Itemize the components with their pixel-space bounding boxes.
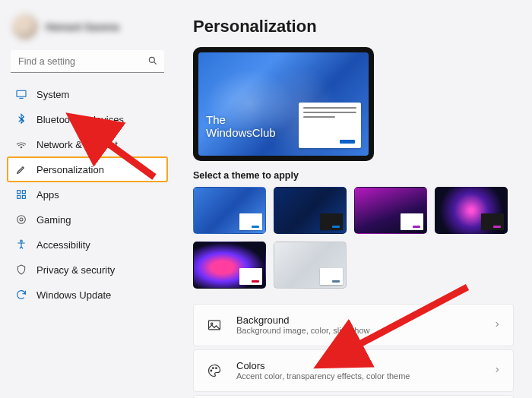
chevron-right-icon [493, 364, 501, 377]
setting-themes[interactable]: Themes Install, create, manage [193, 395, 514, 398]
theme-section-label: Select a theme to apply [193, 170, 514, 181]
setting-text: Colors Accent color, transparency effect… [236, 360, 493, 382]
nav-label: Gaming [36, 214, 71, 226]
sidebar-item-system[interactable]: System [8, 82, 167, 106]
network-icon [15, 138, 27, 150]
system-icon [15, 88, 27, 100]
sidebar-item-gaming[interactable]: Gaming [8, 207, 167, 232]
nav-label: Personalization [36, 164, 104, 175]
avatar [12, 14, 38, 39]
app-window: Hemant Saxena System Bluetooth & devices… [0, 0, 532, 398]
watermark: The WindowsClub [206, 114, 276, 139]
svg-rect-2 [17, 90, 26, 96]
svg-rect-6 [22, 191, 25, 194]
main-content: Personalization The WindowsClub Select a… [175, 0, 532, 398]
theme-option-2[interactable] [274, 187, 347, 234]
setting-colors[interactable]: Colors Accent color, transparency effect… [193, 349, 514, 392]
sidebar-item-apps[interactable]: Apps [8, 182, 167, 207]
search-input[interactable] [11, 50, 164, 73]
svg-point-14 [211, 370, 212, 371]
setting-text: Background Background image, color, slid… [236, 314, 493, 336]
update-icon [15, 289, 27, 301]
svg-point-10 [20, 218, 23, 221]
svg-point-4 [21, 147, 22, 148]
watermark-line1: The [206, 114, 276, 127]
nav-label: Privacy & security [36, 264, 115, 276]
sidebar-item-update[interactable]: Windows Update [8, 283, 167, 307]
theme-option-6[interactable] [274, 242, 347, 289]
preview-mini-window [299, 103, 361, 148]
apps-icon [15, 188, 27, 201]
sidebar-item-personalization[interactable]: Personalization [8, 157, 167, 182]
username: Hemant Saxena [46, 21, 119, 33]
nav-label: Accessibility [36, 239, 90, 251]
accessibility-icon [15, 238, 27, 251]
desktop-preview: The WindowsClub [193, 47, 374, 161]
setting-sub: Accent color, transparency effects, colo… [236, 371, 493, 381]
gaming-icon [15, 213, 27, 226]
svg-point-11 [21, 240, 23, 242]
search-box[interactable] [11, 50, 164, 73]
setting-title: Colors [236, 360, 493, 372]
sidebar-item-network[interactable]: Network & internet [8, 132, 167, 156]
sidebar-item-bluetooth[interactable]: Bluetooth & devices [8, 107, 167, 131]
theme-option-3[interactable] [354, 187, 427, 234]
theme-option-1[interactable] [193, 187, 266, 234]
sidebar-item-privacy[interactable]: Privacy & security [8, 257, 167, 282]
sidebar-item-accessibility[interactable]: Accessibility [8, 232, 167, 257]
user-profile[interactable]: Hemant Saxena [8, 11, 167, 50]
nav-label: System [36, 89, 69, 100]
svg-point-9 [17, 216, 26, 224]
theme-option-4[interactable] [435, 187, 508, 234]
nav-label: Network & internet [36, 139, 118, 150]
chevron-right-icon [493, 318, 501, 332]
svg-point-0 [149, 57, 154, 62]
nav-list: System Bluetooth & devices Network & int… [8, 82, 167, 307]
setting-sub: Background image, color, slideshow [236, 326, 493, 336]
bluetooth-icon [15, 113, 27, 125]
svg-rect-5 [17, 191, 21, 194]
privacy-icon [15, 264, 27, 276]
background-icon [206, 317, 223, 333]
theme-grid [193, 187, 514, 289]
svg-point-16 [216, 368, 217, 369]
nav-label: Windows Update [36, 289, 111, 301]
setting-background[interactable]: Background Background image, color, slid… [193, 304, 514, 346]
preview-screen: The WindowsClub [198, 52, 369, 156]
svg-rect-7 [17, 195, 21, 198]
svg-line-1 [154, 62, 156, 64]
search-icon [147, 55, 158, 69]
page-title: Personalization [193, 17, 514, 36]
setting-title: Background [236, 314, 493, 327]
colors-icon [206, 362, 223, 379]
watermark-line2: WindowsClub [206, 127, 276, 140]
svg-rect-8 [22, 195, 25, 198]
theme-option-5[interactable] [193, 242, 266, 289]
svg-point-15 [213, 368, 214, 369]
personalization-icon [15, 163, 27, 175]
nav-label: Apps [36, 189, 59, 201]
nav-label: Bluetooth & devices [36, 114, 124, 125]
sidebar: Hemant Saxena System Bluetooth & devices… [0, 0, 175, 398]
